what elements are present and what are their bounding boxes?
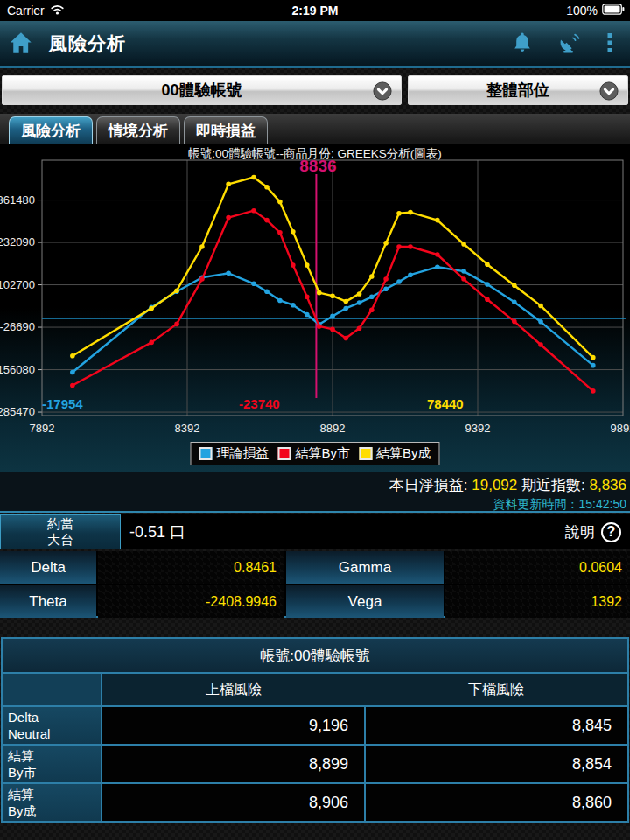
chevron-down-icon: [373, 81, 392, 104]
theta-value: -2408.9946: [98, 585, 284, 618]
svg-text:-156080: -156080: [0, 363, 35, 376]
tab-risk-analysis[interactable]: 風險分析: [9, 116, 93, 144]
update-time: 資料更新時間：15:42:50: [0, 497, 626, 513]
page-title: 風險分析: [49, 32, 126, 56]
help-question-icon: ?: [601, 522, 621, 542]
satellite-dish-icon: [557, 32, 581, 57]
svg-text:8892: 8892: [320, 422, 346, 435]
upside-risk-header: 上檔風險: [102, 674, 365, 705]
downside-risk-header: 下檔風險: [365, 674, 627, 705]
settle-by-market-downside: 8,854: [366, 746, 627, 782]
position-selector-dropdown[interactable]: 整體部位: [408, 75, 628, 105]
legend-label: 結算By成: [376, 445, 431, 462]
svg-text:102700: 102700: [0, 278, 35, 291]
help-label: 說明: [565, 522, 595, 542]
clock: 2:19 PM: [175, 4, 455, 18]
svg-text:361480: 361480: [0, 193, 35, 206]
battery-icon: [602, 4, 625, 18]
daily-pl-line: 本日淨損益: 19,092 期近指數: 8,836: [0, 475, 626, 495]
svg-text:-285470: -285470: [0, 405, 35, 418]
chart-legend: 理論損益結算By市結算By成: [190, 442, 439, 466]
delta-label: Delta: [0, 551, 96, 584]
table-row-delta-neutral: DeltaNeutral 9,196 8,845: [3, 705, 627, 744]
position-selector-value: 整體部位: [486, 80, 550, 101]
vega-value: 1392: [445, 585, 630, 618]
overflow-menu-icon: [606, 32, 614, 57]
daily-pl-value: 19,092: [472, 477, 517, 494]
svg-text:232090: 232090: [0, 235, 35, 248]
legend-swatch: [199, 447, 212, 460]
svg-text:9892: 9892: [611, 422, 630, 435]
legend-label: 結算By市: [295, 445, 350, 462]
table-row-settle-by-cost: 結算By成 8,906 8,860: [3, 782, 627, 821]
equivalent-contracts-row: 約當 大台 -0.51 口 說明 ?: [0, 514, 630, 550]
legend-swatch: [359, 447, 372, 460]
help-button[interactable]: 說明 ?: [565, 514, 630, 550]
tab-scenario-analysis[interactable]: 情境分析: [96, 116, 180, 144]
risk-table-corner-cell: [3, 674, 102, 705]
summary-panel: 本日淨損益: 19,092 期近指數: 8,836 資料更新時間：15:42:5…: [0, 472, 630, 513]
svg-text:78440: 78440: [427, 396, 464, 411]
notifications-button[interactable]: [503, 32, 542, 57]
near-index-label: 期近指數:: [522, 477, 585, 494]
settle-by-market-upside: 8,899: [102, 746, 366, 782]
equivalent-contracts-value: -0.51 口: [121, 514, 565, 550]
table-row-settle-by-market: 結算By市 8,899 8,854: [3, 744, 627, 782]
row-label: 結算By市: [3, 746, 102, 782]
legend-swatch: [277, 447, 290, 460]
risk-table-title: 帳號:00體驗帳號: [3, 639, 627, 672]
tab-bar: 風險分析 情境分析 即時損益: [0, 114, 630, 144]
bell-icon: [512, 32, 533, 57]
carrier-label: Carrier: [7, 4, 45, 18]
status-bar: Carrier 2:19 PM 100%: [0, 0, 630, 21]
gamma-label: Gamma: [286, 551, 444, 584]
svg-text:-26690: -26690: [0, 320, 35, 333]
greeks-line-chart[interactable]: 361480232090102700-26690-156080-28547078…: [0, 144, 630, 441]
home-button[interactable]: [0, 32, 42, 57]
delta-value: 0.8461: [98, 551, 284, 584]
delta-neutral-downside: 8,845: [366, 707, 627, 744]
broadcast-button[interactable]: [549, 32, 590, 57]
row-label: DeltaNeutral: [3, 707, 102, 744]
greeks-grid: Delta 0.8461 Gamma 0.0604 Theta -2408.99…: [0, 551, 630, 618]
row-label: 結算By成: [3, 784, 102, 821]
legend-item: 理論損益: [199, 445, 269, 462]
settle-by-cost-upside: 8,906: [102, 784, 366, 821]
home-icon: [9, 32, 33, 57]
legend-label: 理論損益: [216, 445, 269, 462]
daily-pl-label: 本日淨損益:: [389, 477, 468, 494]
gamma-value: 0.0604: [445, 551, 630, 584]
legend-item: 結算By市: [277, 445, 350, 462]
near-index-value: 8,836: [589, 477, 626, 494]
nav-bar: 風險分析: [0, 21, 630, 68]
svg-text:-23740: -23740: [239, 396, 280, 411]
risk-table-header: 上檔風險 下檔風險: [3, 672, 627, 705]
vega-label: Vega: [286, 585, 444, 618]
overflow-menu-button[interactable]: [597, 32, 623, 57]
greeks-chart-panel: 帳號:00體驗帳號--商品月份: GREEKS分析(圖表) 3614802320…: [0, 144, 630, 472]
delta-neutral-upside: 9,196: [102, 707, 366, 744]
risk-table: 帳號:00體驗帳號 上檔風險 下檔風險 DeltaNeutral 9,196 8…: [1, 637, 629, 822]
theta-label: Theta: [0, 585, 96, 618]
account-selector-dropdown[interactable]: 00體驗帳號: [2, 75, 402, 105]
svg-text:8836: 8836: [299, 157, 336, 175]
wifi-icon: [50, 4, 65, 18]
battery-percent: 100%: [566, 4, 598, 18]
chevron-down-icon: [599, 81, 619, 104]
equivalent-contracts-label: 約當 大台: [0, 514, 121, 550]
tab-realtime-pl[interactable]: 即時損益: [184, 116, 268, 144]
svg-text:-17954: -17954: [42, 396, 83, 411]
settle-by-cost-downside: 8,860: [366, 784, 627, 821]
svg-text:8392: 8392: [175, 422, 200, 435]
risk-analysis-screen: Carrier 2:19 PM 100%: [0, 0, 630, 840]
account-selector-value: 00體驗帳號: [161, 80, 242, 101]
svg-text:9392: 9392: [466, 422, 491, 435]
svg-text:7892: 7892: [30, 422, 55, 435]
legend-item: 結算By成: [359, 445, 431, 462]
